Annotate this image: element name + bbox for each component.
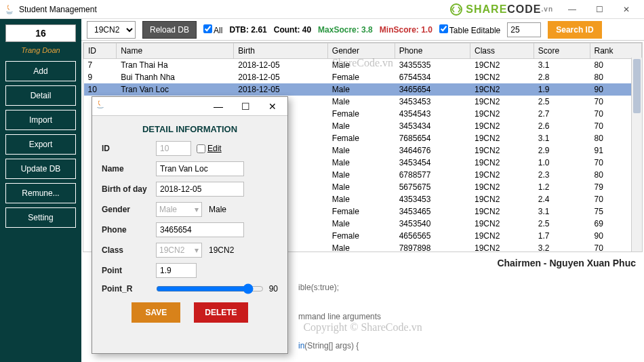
watermark: ShareCode.vn bbox=[332, 57, 393, 69]
table-cell: Female bbox=[327, 108, 395, 120]
pointr-slider[interactable] bbox=[156, 283, 264, 294]
table-cell: 3.1 bbox=[534, 205, 590, 218]
table-cell: 19CN2 bbox=[470, 157, 534, 169]
search-id-button[interactable]: Search ID bbox=[548, 21, 601, 39]
vertical-scrollbar[interactable] bbox=[631, 58, 642, 252]
table-cell: 3453454 bbox=[395, 157, 470, 169]
table-cell: 3.2 bbox=[534, 242, 590, 252]
table-cell: 5675675 bbox=[395, 181, 470, 193]
edit-checkbox[interactable] bbox=[197, 144, 205, 153]
class-label: Class bbox=[102, 245, 156, 255]
table-cell: Male bbox=[327, 157, 395, 169]
column-header[interactable]: ID bbox=[84, 43, 117, 59]
setting-button[interactable]: Setting bbox=[5, 207, 76, 228]
table-cell: 19CN2 bbox=[470, 59, 534, 72]
import-button[interactable]: Import bbox=[5, 110, 76, 130]
remune-button[interactable]: Remune... bbox=[5, 183, 76, 203]
all-checkbox-label[interactable]: All bbox=[203, 24, 222, 35]
table-cell: 2.7 bbox=[534, 108, 590, 120]
table-cell: Female bbox=[327, 230, 395, 242]
table-row[interactable]: 10Tran Van Loc2018-12-05Male346565419CN2… bbox=[84, 83, 642, 96]
table-cell: 2.8 bbox=[534, 71, 590, 83]
table-cell: 2.5 bbox=[534, 96, 590, 108]
table-cell: 3435535 bbox=[395, 59, 470, 72]
reload-db-button[interactable]: Reload DB bbox=[142, 21, 197, 39]
table-cell: 9 bbox=[84, 71, 117, 83]
table-cell: 3453465 bbox=[395, 205, 470, 218]
table-cell: 19CN2 bbox=[470, 230, 534, 242]
all-checkbox[interactable] bbox=[203, 24, 212, 33]
table-cell: 19CN2 bbox=[470, 71, 534, 83]
phone-field[interactable] bbox=[156, 222, 244, 237]
editable-checkbox-label[interactable]: Table Editable bbox=[439, 24, 500, 35]
table-cell: 1.0 bbox=[534, 157, 590, 169]
table-cell: Male bbox=[327, 169, 395, 181]
name-field[interactable] bbox=[156, 161, 244, 176]
gender-combo[interactable]: Male▾ bbox=[156, 202, 202, 217]
table-cell: Female bbox=[327, 205, 395, 218]
dialog-close-button[interactable]: ✕ bbox=[260, 98, 285, 115]
delete-button[interactable]: DELETE bbox=[194, 302, 247, 323]
minimize-button[interactable]: — bbox=[559, 2, 586, 17]
java-icon bbox=[4, 4, 15, 15]
chevron-down-icon: ▾ bbox=[195, 205, 199, 214]
sharecode-logo: SHARECODE.vn bbox=[449, 3, 553, 16]
save-button[interactable]: SAVE bbox=[132, 302, 180, 323]
table-cell: 1.2 bbox=[534, 181, 590, 193]
maximize-button[interactable]: ☐ bbox=[586, 2, 613, 17]
table-cell: 19CN2 bbox=[470, 108, 534, 120]
gender-label: Gender bbox=[102, 205, 156, 214]
sidebar: 16 Trang Doan Add Detail Import Export U… bbox=[0, 19, 81, 362]
birth-label: Birth of day bbox=[102, 184, 156, 194]
table-cell: 6754534 bbox=[395, 71, 470, 83]
table-cell: Male bbox=[327, 144, 395, 157]
table-cell: 4656565 bbox=[395, 230, 470, 242]
table-row[interactable]: 9Bui Thanh Nha2018-12-05Female675453419C… bbox=[84, 71, 642, 83]
name-label: Name bbox=[102, 164, 156, 174]
table-cell: 3453540 bbox=[395, 218, 470, 230]
table-cell: 19CN2 bbox=[470, 181, 534, 193]
table-cell: 3453453 bbox=[395, 96, 470, 108]
table-cell: 7 bbox=[84, 59, 117, 72]
column-header[interactable]: Rank bbox=[590, 43, 642, 59]
column-header[interactable]: Class bbox=[470, 43, 534, 59]
class-combo[interactable]: 19CN2▾ bbox=[156, 243, 202, 258]
id-field[interactable] bbox=[156, 141, 191, 156]
edit-label: Edit bbox=[207, 144, 222, 153]
dialog-maximize-button[interactable]: ☐ bbox=[233, 98, 258, 115]
detail-button[interactable]: Detail bbox=[5, 85, 76, 106]
chevron-down-icon: ▾ bbox=[195, 245, 199, 255]
table-cell: 4353453 bbox=[395, 193, 470, 205]
count-stat: Count: 40 bbox=[274, 25, 311, 35]
export-button[interactable]: Export bbox=[5, 134, 76, 155]
close-button[interactable]: ✕ bbox=[613, 2, 640, 17]
column-header[interactable]: Phone bbox=[395, 43, 470, 59]
table-cell: 19CN2 bbox=[470, 242, 534, 252]
class-select[interactable]: 19CN2 bbox=[87, 21, 136, 39]
add-button[interactable]: Add bbox=[5, 61, 76, 81]
table-cell: 4354543 bbox=[395, 108, 470, 120]
table-cell: 10 bbox=[84, 83, 117, 96]
table-cell: 1.7 bbox=[534, 230, 590, 242]
table-cell: Bui Thanh Nha bbox=[117, 71, 234, 83]
column-header[interactable]: Score bbox=[534, 43, 590, 59]
table-cell: Male bbox=[327, 96, 395, 108]
table-cell: 7897898 bbox=[395, 242, 470, 252]
table-cell: Male bbox=[327, 120, 395, 132]
table-cell: 19CN2 bbox=[470, 218, 534, 230]
editable-checkbox[interactable] bbox=[439, 24, 448, 33]
class-value: 19CN2 bbox=[209, 245, 234, 255]
dialog-minimize-button[interactable]: — bbox=[206, 98, 230, 115]
table-cell: 1.9 bbox=[534, 83, 590, 96]
table-cell: Female bbox=[327, 71, 395, 83]
detail-dialog: — ☐ ✕ DETAIL INFORMATION ID Edit Name Bi… bbox=[92, 96, 288, 354]
birth-field[interactable] bbox=[156, 182, 244, 197]
column-header[interactable]: Birth bbox=[234, 43, 328, 59]
point-field[interactable] bbox=[156, 263, 197, 278]
search-input[interactable] bbox=[507, 22, 541, 37]
column-header[interactable]: Name bbox=[117, 43, 234, 59]
table-cell: 7685654 bbox=[395, 132, 470, 144]
table-cell: 19CN2 bbox=[470, 132, 534, 144]
window-title: Student Management bbox=[19, 5, 97, 14]
update-db-button[interactable]: Update DB bbox=[5, 159, 76, 179]
